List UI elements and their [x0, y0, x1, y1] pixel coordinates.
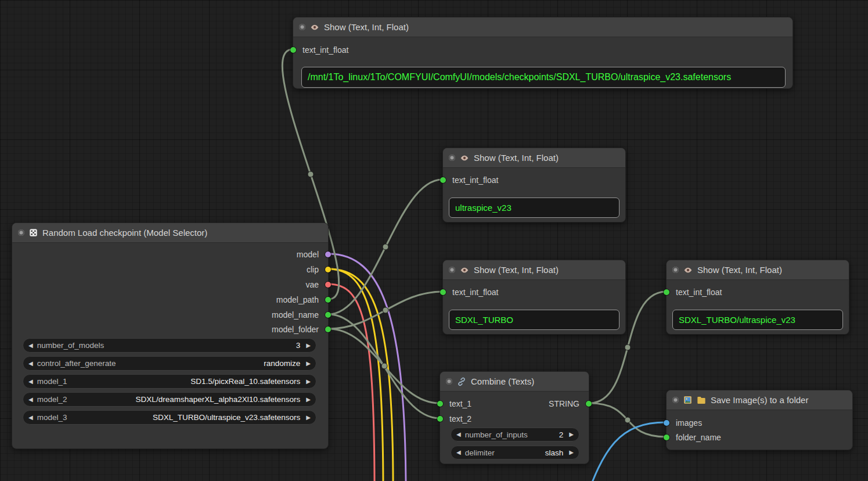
output-slot-model-folder[interactable]: model_folder: [272, 324, 328, 335]
decrement-arrow-icon[interactable]: ◀: [28, 343, 33, 349]
widget-model-3[interactable]: ◀ model_3 SDXL_TURBO/ultraspice_v23.safe…: [23, 410, 316, 425]
widget-delimiter[interactable]: ◀ delimiter slash ▶: [451, 446, 579, 460]
value-display[interactable]: /mnt/1To_linux/1To/COMFYUI/ComfyUI/model…: [301, 67, 786, 88]
widget-number-of-inputs[interactable]: ◀ number_of_inputs 2 ▶: [451, 428, 579, 441]
output-dot[interactable]: [325, 312, 331, 318]
node-title-bar[interactable]: Save Image(s) to a folder: [667, 390, 852, 410]
output-slot-model-name[interactable]: model_name: [272, 309, 328, 321]
increment-arrow-icon[interactable]: ▶: [306, 343, 311, 349]
node-show-model-name[interactable]: Show (Text, Int, Float) text_int_float u…: [442, 148, 626, 222]
slot-label: text_int_float: [302, 45, 348, 55]
node-title-bar[interactable]: Show (Text, Int, Float): [443, 260, 625, 280]
value-display[interactable]: ultraspice_v23: [449, 198, 620, 218]
slot-label: model_path: [276, 295, 319, 304]
eye-icon: [460, 153, 469, 163]
input-slot-text-int-float[interactable]: text_int_float: [293, 44, 348, 56]
node-title-bar[interactable]: Show (Text, Int, Float): [293, 17, 793, 37]
slot-label: text_int_float: [676, 288, 722, 297]
decrement-arrow-icon[interactable]: ◀: [456, 450, 461, 455]
value-display[interactable]: SDXL_TURBO: [449, 310, 620, 330]
input-slot-text-int-float[interactable]: text_int_float: [443, 174, 498, 186]
eye-icon: [310, 23, 319, 32]
input-slot-folder-name[interactable]: folder_name: [667, 432, 721, 443]
input-dot[interactable]: [437, 401, 443, 407]
node-title: Save Image(s) to a folder: [711, 395, 808, 405]
input-slot-images[interactable]: images: [667, 417, 702, 429]
increment-arrow-icon[interactable]: ▶: [306, 415, 311, 421]
collapse-dot[interactable]: [449, 155, 455, 161]
increment-arrow-icon[interactable]: ▶: [306, 361, 311, 367]
decrement-arrow-icon[interactable]: ◀: [28, 397, 33, 403]
node-title-bar[interactable]: Show (Text, Int, Float): [667, 260, 849, 280]
node-random-load-checkpoint[interactable]: Random Load checkpoint (Model Selector) …: [12, 222, 329, 449]
comfyui-node-canvas[interactable]: { "canvas": { "width": 1495, "height": 8…: [0, 0, 868, 481]
slot-label: STRING: [549, 399, 579, 408]
collapse-dot[interactable]: [18, 229, 24, 236]
node-title: Show (Text, Int, Float): [474, 153, 559, 163]
slot-label: folder_name: [676, 433, 721, 442]
node-title: Show (Text, Int, Float): [324, 22, 409, 32]
input-slot-text-1[interactable]: text_1: [440, 398, 471, 410]
decrement-arrow-icon[interactable]: ◀: [28, 415, 33, 421]
image-icon: [683, 396, 692, 404]
slot-label: images: [676, 418, 702, 428]
eye-icon: [460, 265, 469, 275]
collapse-dot[interactable]: [449, 267, 455, 273]
collapse-dot[interactable]: [672, 397, 679, 403]
link-icon: [457, 377, 466, 386]
input-slot-text-int-float[interactable]: text_int_float: [667, 286, 722, 298]
widget-model-1[interactable]: ◀ model_1 SD1.5/picxReal_10.safetensors …: [23, 374, 316, 389]
decrement-arrow-icon[interactable]: ◀: [28, 361, 33, 367]
node-title: Show (Text, Int, Float): [474, 265, 559, 275]
increment-arrow-icon[interactable]: ▶: [306, 397, 311, 403]
output-slot-model-path[interactable]: model_path: [276, 294, 328, 306]
output-slot-model[interactable]: model: [297, 249, 328, 260]
widget-number-of-models[interactable]: ◀ number_of_models 3 ▶: [23, 338, 316, 353]
slot-label: model_folder: [272, 325, 319, 334]
output-dot[interactable]: [325, 252, 331, 257]
increment-arrow-icon[interactable]: ▶: [569, 450, 574, 455]
input-dot[interactable]: [440, 289, 446, 295]
output-dot[interactable]: [586, 401, 592, 407]
output-dot[interactable]: [325, 267, 331, 272]
input-slot-text-int-float[interactable]: text_int_float: [443, 286, 498, 298]
input-dot[interactable]: [664, 435, 669, 440]
input-dot[interactable]: [290, 47, 296, 53]
input-dot[interactable]: [664, 420, 669, 426]
node-title-bar[interactable]: Random Load checkpoint (Model Selector): [12, 223, 328, 243]
eye-icon: [683, 265, 693, 275]
slot-label: text_int_float: [452, 175, 498, 185]
slot-label: model: [297, 250, 319, 259]
node-save-image-to-folder[interactable]: Save Image(s) to a folder images folder_…: [666, 390, 853, 450]
slot-label: clip: [307, 265, 319, 274]
node-combine-texts[interactable]: Combine (Texts) text_1 text_2 STRING ◀ n…: [440, 371, 589, 464]
node-title: Show (Text, Int, Float): [697, 265, 782, 275]
node-show-combined[interactable]: Show (Text, Int, Float) text_int_float S…: [666, 260, 849, 335]
input-dot[interactable]: [664, 289, 669, 295]
input-dot[interactable]: [437, 416, 443, 422]
node-title-bar[interactable]: Show (Text, Int, Float): [443, 148, 625, 168]
collapse-dot[interactable]: [299, 24, 305, 30]
node-show-model-folder[interactable]: Show (Text, Int, Float) text_int_float S…: [442, 260, 626, 335]
output-dot[interactable]: [325, 326, 331, 332]
increment-arrow-icon[interactable]: ▶: [569, 432, 574, 437]
widget-model-2[interactable]: ◀ model_2 SDXL/dreamshaperXL_alpha2Xl10.…: [23, 392, 316, 407]
output-slot-vae[interactable]: vae: [305, 279, 328, 290]
value-display[interactable]: SDXL_TURBO/ultraspice_v23: [672, 310, 843, 330]
output-slot-clip[interactable]: clip: [307, 264, 328, 275]
widget-control-after-generate[interactable]: ◀ control_after_generate randomize ▶: [23, 356, 316, 371]
input-slot-text-2[interactable]: text_2: [440, 413, 471, 425]
increment-arrow-icon[interactable]: ▶: [306, 379, 311, 385]
wire-images: [584, 422, 666, 481]
node-title-bar[interactable]: Combine (Texts): [440, 372, 589, 392]
output-dot[interactable]: [325, 297, 331, 303]
slot-label: text_1: [449, 399, 471, 408]
node-show-full-path[interactable]: Show (Text, Int, Float) text_int_float /…: [293, 17, 793, 89]
collapse-dot[interactable]: [446, 378, 452, 385]
collapse-dot[interactable]: [672, 267, 679, 273]
output-dot[interactable]: [325, 282, 331, 288]
output-slot-string[interactable]: STRING: [549, 398, 589, 410]
decrement-arrow-icon[interactable]: ◀: [28, 379, 33, 385]
input-dot[interactable]: [440, 177, 446, 183]
decrement-arrow-icon[interactable]: ◀: [456, 432, 461, 437]
